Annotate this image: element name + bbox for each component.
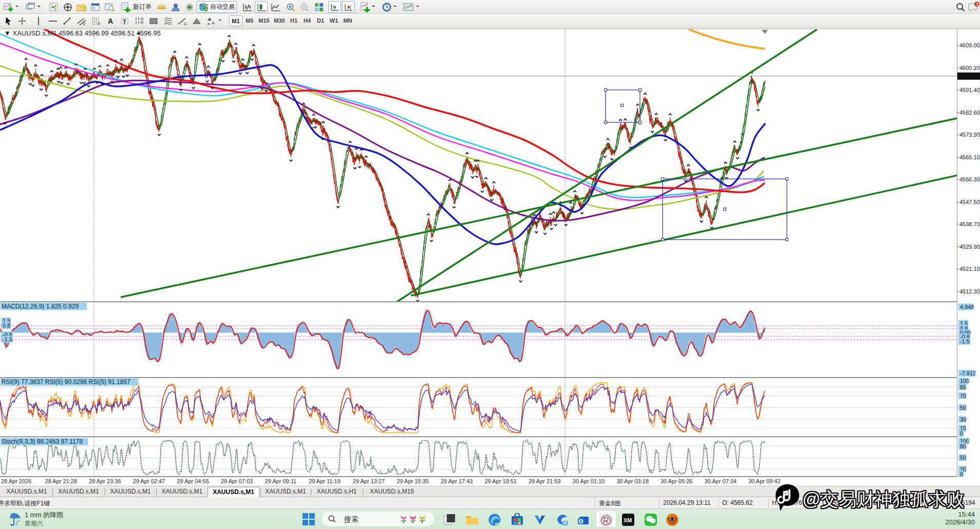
svg-text:30: 30 [960,416,966,423]
svg-text:4547.50: 4547.50 [959,199,980,205]
svg-text:4512.30: 4512.30 [959,288,980,295]
svg-text:-1.5: -1.5 [3,336,12,342]
svg-text:28 Apr 21:28: 28 Apr 21:28 [45,478,77,484]
svg-text:4600.20: 4600.20 [959,65,980,71]
svg-text:4565.10: 4565.10 [959,154,980,160]
svg-text:28 Apr 23:36: 28 Apr 23:36 [89,478,121,484]
svg-text:MACD(12,26,9) 1.825 0.929: MACD(12,26,9) 1.825 0.929 [2,303,79,310]
svg-text:A: A [108,17,113,25]
svg-text:E: E [83,22,86,26]
svg-text:T: T [123,18,126,24]
svg-text:30 Apr 01:10: 30 Apr 01:10 [573,478,605,484]
svg-text:85: 85 [960,384,966,390]
svg-text:0: 0 [960,471,963,477]
svg-text:29 Apr 19:51: 29 Apr 19:51 [485,478,517,484]
svg-text:100: 100 [960,378,969,384]
svg-text:29 Apr 21:59: 29 Apr 21:59 [529,478,560,484]
svg-text:Stoch(9,3,3) 98.2463 97.1178: Stoch(9,3,3) 98.2463 97.1178 [2,438,83,445]
svg-text:4556.30: 4556.30 [959,176,980,183]
svg-text:4582.60: 4582.60 [959,110,980,116]
svg-text:F: F [98,22,100,26]
svg-text:80: 80 [960,443,966,449]
svg-text:29 Apr 09:11: 29 Apr 09:11 [265,478,297,484]
svg-text:50: 50 [960,405,966,411]
svg-text:1: 1 [976,2,978,7]
svg-text:70: 70 [960,393,966,399]
svg-text:29 Apr 15:35: 29 Apr 15:35 [397,478,428,484]
svg-text:29 Apr 11:19: 29 Apr 11:19 [309,478,341,484]
svg-text:-1.5: -1.5 [960,338,970,344]
svg-text:4.948: 4.948 [960,304,974,310]
svg-text:4521.10: 4521.10 [959,266,980,272]
svg-text:AI: AI [563,521,567,525]
svg-text:28 Apr 2026: 28 Apr 2026 [1,478,31,484]
svg-text:RSI(9) 77.3837 RSI(5) 90.0296: RSI(9) 77.3837 RSI(5) 90.0296 RSI(5) 91.… [2,378,130,386]
svg-text:30 Apr 03:18: 30 Apr 03:18 [616,478,648,484]
svg-text:4591.40: 4591.40 [959,87,980,93]
svg-text:4573.90: 4573.90 [959,132,980,138]
svg-text:4609.00: 4609.00 [959,42,980,48]
svg-text:29 Apr 04:55: 29 Apr 04:55 [177,478,209,484]
svg-text:30 Apr 05:26: 30 Apr 05:26 [661,478,692,484]
svg-text:50: 50 [960,454,966,461]
svg-text:29 Apr 17:43: 29 Apr 17:43 [441,478,473,484]
svg-text:0: 0 [960,430,963,436]
svg-text:4596.95: 4596.95 [958,73,979,79]
svg-text:29 Apr 13:27: 29 Apr 13:27 [353,478,385,484]
svg-text:30 Apr 07:34: 30 Apr 07:34 [705,478,737,484]
svg-text:-7.912: -7.912 [960,370,976,376]
svg-text:0.8: 0.8 [3,322,10,329]
svg-text:29 Apr 02:47: 29 Apr 02:47 [133,478,165,484]
svg-text:XM: XM [624,517,632,523]
svg-text:G: G [184,22,186,26]
svg-text:4538.70: 4538.70 [959,221,980,227]
svg-text:4529.90: 4529.90 [959,244,980,250]
svg-text:▼ XAUUSD.s,M1 4596.63 4596.99: ▼ XAUUSD.s,M1 4596.63 4596.99 4596.51 45… [4,29,161,37]
svg-text:29 Apr 07:03: 29 Apr 07:03 [221,478,253,484]
